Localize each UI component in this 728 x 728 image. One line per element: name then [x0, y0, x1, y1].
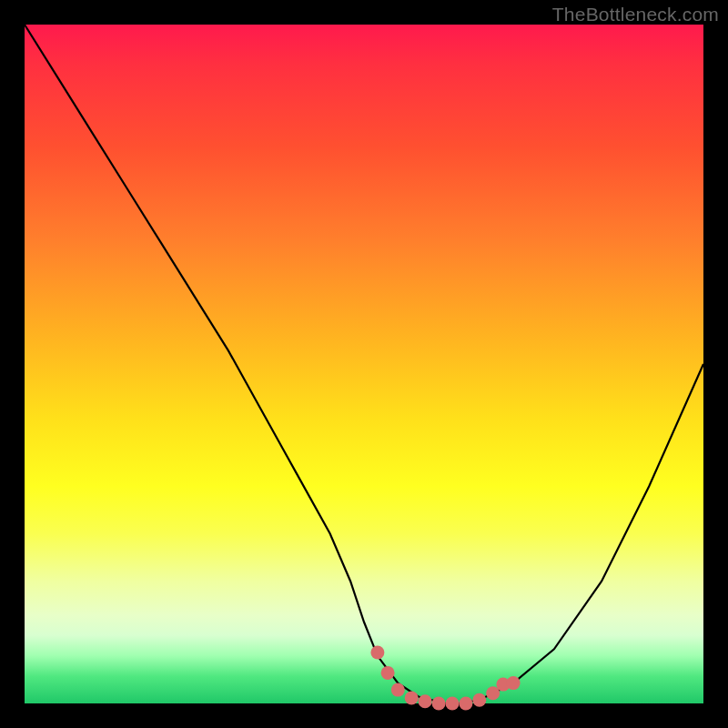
highlight-dot	[459, 697, 472, 711]
highlight-dot	[446, 697, 460, 711]
highlight-dot	[419, 694, 432, 708]
chart-overlay	[25, 25, 703, 703]
highlight-dot	[391, 683, 405, 697]
watermark-text: TheBottleneck.com	[552, 4, 719, 25]
bottleneck-curve-path	[25, 25, 703, 703]
highlight-dot	[432, 697, 446, 711]
highlight-dot	[370, 646, 384, 660]
highlight-dot	[472, 693, 486, 707]
highlight-dot	[381, 666, 395, 680]
highlight-dot	[507, 676, 521, 690]
highlight-dot	[405, 692, 419, 705]
